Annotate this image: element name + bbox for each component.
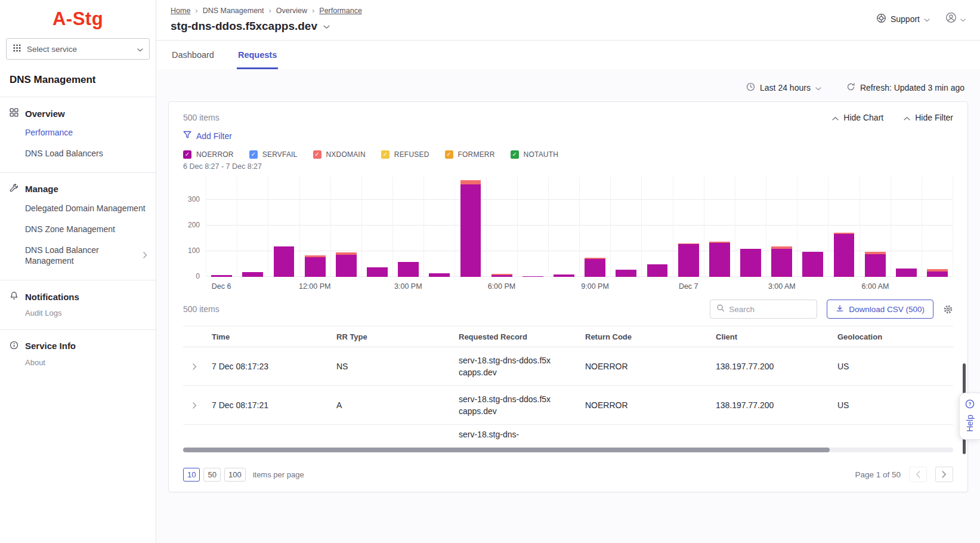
sidebar-group-notifications[interactable]: Notifications: [0, 288, 156, 306]
chevron-right-icon: [143, 250, 147, 261]
breadcrumb-dns-management[interactable]: DNS Management: [203, 7, 264, 15]
service-selector[interactable]: Select service: [6, 38, 150, 60]
chart-bar[interactable]: [891, 177, 922, 277]
sidebar-group-manage[interactable]: Manage: [0, 180, 156, 198]
bar-segment-noerror: [398, 262, 419, 277]
chart-bar[interactable]: [237, 177, 268, 277]
return-code-filters: ✓NOERROR✓SERVFAIL✓NXDOMAIN✓REFUSED✓FORME…: [183, 150, 953, 159]
row-expand-button[interactable]: [183, 357, 212, 376]
search-icon: [716, 304, 725, 314]
sidebar-group-service-info[interactable]: Service Info: [0, 337, 156, 355]
tab-requests[interactable]: Requests: [237, 41, 278, 69]
title-dropdown-chevron-icon[interactable]: [323, 21, 330, 32]
add-filter-button[interactable]: Add Filter: [183, 131, 232, 141]
requests-table: Time RR Type Requested Record Return Cod…: [183, 326, 953, 443]
checkbox-icon[interactable]: ✓: [249, 150, 258, 159]
chart-bar[interactable]: [423, 177, 455, 277]
hide-chart-label: Hide Chart: [843, 113, 883, 122]
hide-chart-toggle[interactable]: Hide Chart: [832, 113, 883, 122]
page-size-50[interactable]: 50: [203, 468, 220, 482]
clock-icon: [746, 82, 755, 93]
chart-bar[interactable]: [455, 177, 486, 277]
page-size-10[interactable]: 10: [183, 468, 200, 482]
row-expand-button[interactable]: [183, 396, 212, 415]
chart-bar[interactable]: [486, 177, 517, 277]
chart-bar[interactable]: [704, 177, 735, 277]
checkbox-icon[interactable]: ✓: [183, 150, 191, 159]
sidebar-item-audit-logs[interactable]: Audit Logs: [0, 306, 156, 321]
brand-logo[interactable]: A-Stg: [0, 0, 156, 36]
y-axis-label: 0: [196, 272, 200, 280]
table-toolbar: 500 items Download CSV (500): [183, 300, 953, 319]
time-range-selector[interactable]: Last 24 hours: [746, 82, 821, 93]
filter-checkbox-servfail[interactable]: ✓SERVFAIL: [249, 150, 298, 159]
chart-bar[interactable]: [548, 177, 579, 277]
nav-group-service-info: Service Info About: [0, 329, 156, 379]
page-size-100[interactable]: 100: [224, 468, 246, 482]
download-csv-button[interactable]: Download CSV (500): [827, 300, 933, 319]
user-menu[interactable]: [945, 12, 966, 26]
sidebar-item-about[interactable]: About: [0, 355, 156, 371]
sidebar-item-dns-load-balancers[interactable]: DNS Load Balancers: [0, 143, 156, 164]
chart-bar[interactable]: [860, 177, 891, 277]
sidebar-item-performance[interactable]: Performance: [0, 122, 156, 143]
chart-bar[interactable]: [641, 177, 672, 277]
chart-bar[interactable]: [673, 177, 704, 277]
table-row: 7 Dec 08:17:23NSserv-18.stg-dns-ddos.f5x…: [183, 347, 953, 386]
breadcrumb-overview[interactable]: Overview: [276, 7, 307, 15]
time-range-label: Last 24 hours: [760, 83, 811, 92]
chart-bar[interactable]: [579, 177, 610, 277]
group-label: Manage: [25, 184, 58, 194]
hide-filter-toggle[interactable]: Hide Filter: [904, 113, 953, 122]
chart-bar[interactable]: [735, 177, 766, 277]
chart-bar[interactable]: [392, 177, 423, 277]
support-label: Support: [891, 14, 920, 24]
search-input[interactable]: [729, 305, 811, 314]
help-tab[interactable]: ? Help: [959, 393, 980, 440]
chart-bar[interactable]: [766, 177, 797, 277]
chart-bar[interactable]: [922, 177, 953, 277]
horizontal-scrollbar-thumb[interactable]: [183, 448, 830, 452]
sidebar-item-dns-zone-management[interactable]: DNS Zone Management: [0, 219, 156, 240]
checkbox-icon[interactable]: ✓: [313, 150, 321, 159]
prev-page-button[interactable]: [909, 467, 927, 482]
chart-bar[interactable]: [828, 177, 859, 277]
tab-dashboard[interactable]: Dashboard: [171, 41, 215, 69]
chart-bar[interactable]: [299, 177, 330, 277]
filter-checkbox-notauth[interactable]: ✓NOTAUTH: [511, 150, 559, 159]
support-menu[interactable]: Support: [876, 13, 930, 25]
chart-bar[interactable]: [797, 177, 828, 277]
nav-item-label: DNS Zone Management: [25, 224, 115, 235]
chevron-down-icon: [137, 44, 143, 54]
checkbox-icon[interactable]: ✓: [381, 150, 389, 159]
breadcrumb-performance[interactable]: Performance: [319, 7, 362, 15]
svg-text:?: ?: [968, 401, 971, 407]
group-label: Overview: [25, 109, 65, 119]
content-area: Last 24 hours Refresh: Updated 3 min ago…: [156, 69, 980, 543]
checkbox-icon[interactable]: ✓: [445, 150, 453, 159]
page-info: Page 1 of 50: [855, 470, 901, 479]
filter-checkbox-formerr[interactable]: ✓FORMERR: [445, 150, 495, 159]
chart-bar[interactable]: [517, 177, 548, 277]
sidebar-group-overview[interactable]: Overview: [0, 104, 156, 122]
group-label: Service Info: [25, 341, 76, 351]
filter-label: REFUSED: [394, 150, 429, 159]
chart-bar[interactable]: [610, 177, 641, 277]
bar-segment-noerror: [802, 252, 823, 277]
chart-bar[interactable]: [361, 177, 392, 277]
breadcrumb-home[interactable]: Home: [171, 7, 190, 15]
next-page-button[interactable]: [935, 467, 953, 482]
horizontal-scrollbar[interactable]: [183, 448, 953, 452]
filter-checkbox-nxdomain[interactable]: ✓NXDOMAIN: [313, 150, 366, 159]
chart-bar[interactable]: [268, 177, 299, 277]
filter-checkbox-refused[interactable]: ✓REFUSED: [381, 150, 429, 159]
refresh-button[interactable]: Refresh: Updated 3 min ago: [846, 82, 964, 93]
sidebar-item-dns-load-balancer-management[interactable]: DNS Load Balancer Management: [0, 240, 156, 272]
checkbox-icon[interactable]: ✓: [511, 150, 519, 159]
sidebar-item-delegated-domain-management[interactable]: Delegated Domain Management: [0, 198, 156, 219]
chart-bar[interactable]: [330, 177, 361, 277]
filter-checkbox-noerror[interactable]: ✓NOERROR: [183, 150, 234, 159]
chart-bar[interactable]: [206, 177, 237, 277]
bar-segment-noerror: [274, 246, 295, 277]
table-settings-button[interactable]: [943, 304, 953, 314]
